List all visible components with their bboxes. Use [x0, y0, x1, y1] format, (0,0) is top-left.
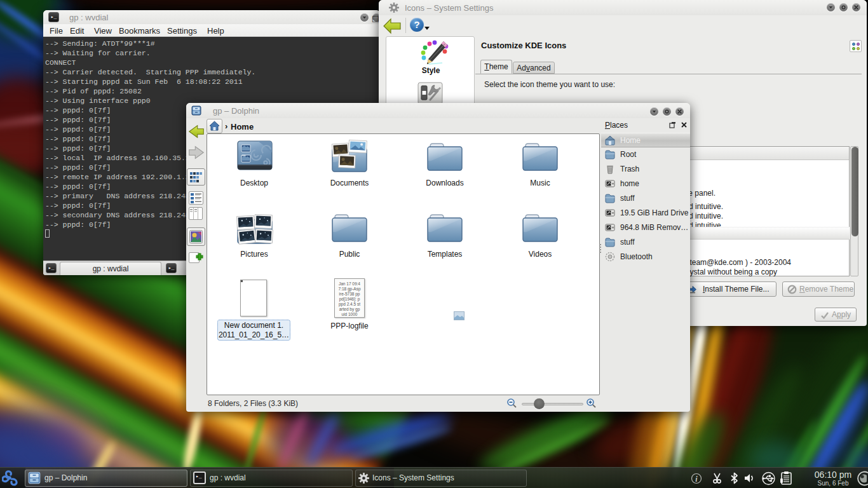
svg-text:i: i	[695, 475, 698, 484]
